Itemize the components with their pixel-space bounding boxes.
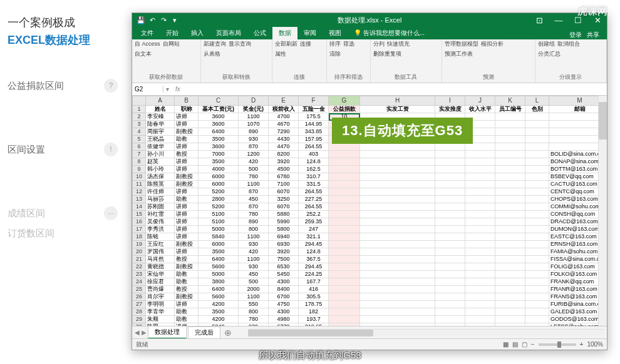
cell[interactable]: 1100 [239, 181, 269, 188]
row-header[interactable]: 5 [132, 136, 146, 143]
cell[interactable] [435, 256, 465, 263]
cell[interactable]: 副教授 [175, 241, 199, 248]
row-header[interactable]: 23 [132, 271, 146, 278]
cell[interactable]: 5200 [199, 188, 239, 196]
ribbon-options-icon[interactable]: ⊡ [530, 13, 549, 27]
sidebar-item-1[interactable]: 区间设置 ! [8, 143, 118, 156]
sidebar-item-3[interactable]: 订货数区间 [8, 228, 118, 240]
cell[interactable] [329, 248, 360, 256]
cell[interactable] [465, 188, 495, 196]
cell[interactable]: 5600 [199, 263, 239, 271]
cell[interactable]: 264.55 [299, 188, 329, 196]
row-header[interactable]: 14 [132, 203, 146, 211]
cell[interactable]: 徐应君 [146, 278, 175, 286]
cell[interactable]: 294.45 [299, 263, 329, 271]
ribbon-item[interactable]: 删除重复项 [373, 51, 401, 58]
cell[interactable] [465, 301, 495, 308]
cell[interactable]: 助教 [175, 271, 199, 278]
row-header[interactable]: 9 [132, 166, 146, 173]
cell[interactable] [329, 233, 360, 241]
cell[interactable] [465, 286, 495, 293]
cell[interactable] [329, 278, 360, 286]
cell[interactable] [360, 301, 435, 308]
row-header[interactable]: 7 [132, 151, 146, 158]
cell[interactable] [525, 226, 549, 233]
cell[interactable]: 讲师 [175, 188, 199, 196]
cell[interactable] [360, 151, 435, 158]
cell[interactable]: 宋仙华 [146, 271, 175, 278]
cell[interactable] [435, 173, 465, 181]
cell[interactable]: 韩小玲 [146, 166, 175, 173]
cell[interactable]: 6000 [199, 181, 239, 188]
cell[interactable] [465, 241, 495, 248]
zoom-slider[interactable] [539, 343, 576, 346]
cell[interactable]: 247 [299, 226, 329, 233]
cell[interactable]: 黄晓德 [146, 263, 175, 271]
ribbon-item[interactable]: 筛选 [343, 41, 354, 48]
cell[interactable]: 4980 [269, 316, 299, 323]
row-header[interactable]: 20 [132, 248, 146, 256]
cell[interactable]: 6700 [269, 293, 299, 301]
cell[interactable] [329, 166, 360, 173]
cell[interactable] [495, 158, 525, 166]
cell[interactable]: 420 [239, 248, 269, 256]
cell[interactable]: 5840 [199, 233, 239, 241]
cell[interactable]: 3500 [199, 136, 239, 143]
cell[interactable]: 7000 [199, 151, 239, 158]
cell[interactable]: 李青华 [146, 308, 175, 316]
cell[interactable]: 许佳师 [146, 188, 175, 196]
cell[interactable] [435, 316, 465, 323]
cell[interactable]: 2800 [199, 196, 239, 203]
cell[interactable]: 8400 [269, 286, 299, 293]
cell[interactable] [465, 196, 495, 203]
cell[interactable]: 252.2 [299, 211, 329, 218]
cell[interactable] [525, 248, 549, 256]
cell[interactable] [465, 278, 495, 286]
cell[interactable] [360, 143, 435, 151]
cell[interactable]: 3500 [199, 158, 239, 166]
cell[interactable]: 助教 [175, 316, 199, 323]
cell[interactable]: 朱顺 [146, 316, 175, 323]
view-break-icon[interactable]: ▢ [522, 341, 527, 348]
cell[interactable] [329, 188, 360, 196]
row-header[interactable]: 25 [132, 286, 146, 293]
header-cell[interactable]: 职称 [175, 106, 199, 113]
cell[interactable]: 780 [239, 211, 269, 218]
cell[interactable]: 讲师 [175, 143, 199, 151]
cell[interactable]: 4430 [269, 136, 299, 143]
cell[interactable] [495, 113, 525, 121]
row-header[interactable]: 29 [132, 316, 146, 323]
share-button[interactable]: 共享 [587, 31, 599, 39]
sidebar-item-2[interactable]: 成绩区间 ··· [8, 206, 118, 220]
cell[interactable]: 6070 [269, 203, 299, 211]
cell[interactable] [525, 113, 549, 121]
row-header[interactable]: 2 [132, 113, 146, 121]
cell[interactable]: 周振宇 [146, 128, 175, 136]
cell[interactable] [329, 151, 360, 158]
cell[interactable]: 汤杰保 [146, 173, 175, 181]
cell[interactable] [435, 196, 465, 203]
cell[interactable]: 167.7 [299, 278, 329, 286]
cell[interactable]: 4300 [269, 278, 299, 286]
ribbon-item[interactable]: 自文本 [135, 51, 152, 58]
sheet-nav[interactable]: ◀ ▶ [135, 329, 147, 336]
ribbon-item[interactable]: 分类汇总 [538, 51, 561, 58]
cell[interactable]: 403 [299, 151, 329, 158]
cell[interactable]: 800 [239, 308, 269, 316]
cell[interactable] [360, 211, 435, 218]
qat-dropdown-icon[interactable]: ▾ [171, 16, 178, 24]
cell[interactable] [525, 256, 549, 263]
cell[interactable]: 王应红 [146, 241, 175, 248]
save-icon[interactable]: 💾 [137, 16, 145, 24]
row-header[interactable]: 6 [132, 143, 146, 151]
cell[interactable] [525, 136, 549, 143]
row-header[interactable]: 3 [132, 121, 146, 128]
cell[interactable]: 6780 [269, 173, 299, 181]
cell[interactable]: 补红雷 [146, 211, 175, 218]
cell[interactable]: 321.1 [299, 233, 329, 241]
cell[interactable] [465, 316, 495, 323]
cell[interactable] [465, 248, 495, 256]
cell[interactable]: 550 [239, 301, 269, 308]
zoom-level[interactable]: 100% [587, 341, 603, 348]
row-header[interactable]: 22 [132, 263, 146, 271]
